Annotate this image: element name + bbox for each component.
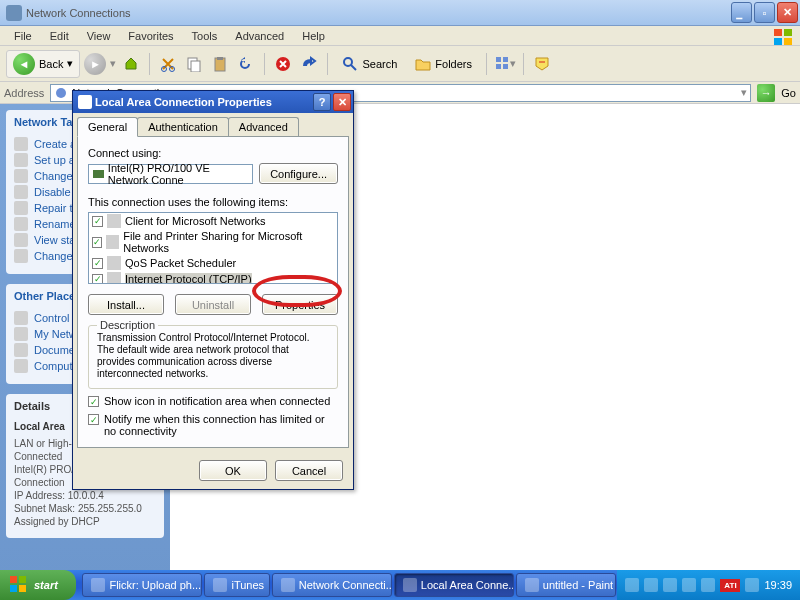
chevron-down-icon[interactable]: ▾ [741,86,747,99]
task-icon [525,578,539,592]
windows-logo-icon [772,28,796,48]
task-icon [91,578,105,592]
start-button[interactable]: start [0,570,76,600]
svg-rect-18 [93,170,104,178]
toolbar: ◄ Back ▾ ► ▾ Search Folders ▾ [0,46,800,82]
list-item[interactable]: ✓QoS Packet Scheduler [89,255,337,271]
properties-button[interactable]: Properties [262,294,338,315]
svg-point-17 [56,88,66,98]
search-label: Search [362,58,397,70]
delete-button[interactable] [272,53,294,75]
taskbar-task[interactable]: untitled - Paint [516,573,617,597]
checkbox-icon[interactable]: ✓ [92,237,102,248]
tab-general[interactable]: General [77,117,138,137]
adapter-name: Intel(R) PRO/100 VE Network Conne [108,162,248,186]
paste-button[interactable] [209,53,231,75]
configure-button[interactable]: Configure... [259,163,338,184]
svg-rect-22 [19,585,26,592]
show-icon-checkbox[interactable]: ✓ Show icon in notification area when co… [88,395,338,407]
tab-authentication[interactable]: Authentication [137,117,229,136]
go-button[interactable]: → [757,84,775,102]
back-button[interactable]: ◄ Back ▾ [6,50,80,78]
clock[interactable]: 19:39 [764,579,792,591]
dialog-close-button[interactable]: ✕ [333,93,351,111]
maximize-button[interactable]: ▫ [754,2,775,23]
tray-icon[interactable] [663,578,677,592]
task-icon [14,233,28,247]
svg-rect-2 [774,38,782,45]
back-label: Back [39,58,63,70]
checkbox-label: Show icon in notification area when conn… [104,395,330,407]
folders-label: Folders [435,58,472,70]
dialog-icon [78,95,92,109]
go-label: Go [781,87,796,99]
menu-file[interactable]: File [6,28,40,44]
task-icon [281,578,295,592]
system-tray: ATI 19:39 [617,570,800,600]
network-icon [54,86,68,100]
menu-advanced[interactable]: Advanced [227,28,292,44]
uninstall-button: Uninstall [175,294,251,315]
svg-rect-15 [496,64,501,69]
components-listbox[interactable]: ✓Client for Microsoft Networks ✓File and… [88,212,338,284]
back-arrow-icon: ◄ [13,53,35,75]
adapter-field: Intel(R) PRO/100 VE Network Conne [88,164,253,184]
checkbox-icon[interactable]: ✓ [92,216,103,227]
ok-button[interactable]: OK [199,460,267,481]
taskbar-task-active[interactable]: Local Area Conne... [394,573,514,597]
cut-button[interactable] [157,53,179,75]
list-item[interactable]: ✓Client for Microsoft Networks [89,213,337,229]
minimize-button[interactable]: ̲ [731,2,752,23]
tray-icon[interactable] [682,578,696,592]
task-icon [14,137,28,151]
menu-favorites[interactable]: Favorites [120,28,181,44]
close-button[interactable]: ✕ [777,2,798,23]
list-item[interactable]: ✓File and Printer Sharing for Microsoft … [89,229,337,255]
tray-icon[interactable] [701,578,715,592]
place-icon [14,327,28,341]
windows-flag-icon [10,576,28,594]
forward-button[interactable]: ► [84,53,106,75]
checkbox-icon[interactable]: ✓ [92,274,103,285]
help-button[interactable]: ? [313,93,331,111]
cancel-button[interactable]: Cancel [275,460,343,481]
search-icon [342,56,358,72]
checkbox-icon[interactable]: ✓ [92,258,103,269]
tray-icon[interactable] [745,578,759,592]
list-item-tcpip[interactable]: ✓Internet Protocol (TCP/IP) [89,271,337,284]
undo-button[interactable] [235,53,257,75]
address-label: Address [4,87,44,99]
svg-line-12 [351,65,356,70]
up-button[interactable] [120,53,142,75]
notify-checkbox[interactable]: ✓ Notify me when this connection has lim… [88,413,338,437]
tray-icon[interactable] [625,578,639,592]
task-icon [14,185,28,199]
tray-icon[interactable] [644,578,658,592]
taskbar-task[interactable]: Network Connecti... [272,573,392,597]
menu-view[interactable]: View [79,28,119,44]
menu-tools[interactable]: Tools [184,28,226,44]
folders-button[interactable]: Folders [408,53,479,75]
undo-move-button[interactable] [298,53,320,75]
favorites-button[interactable] [531,53,553,75]
views-button[interactable]: ▾ [494,53,516,75]
items-label: This connection uses the following items… [88,196,338,208]
app-icon [6,5,22,21]
dialog-titlebar[interactable]: Local Area Connection Properties ? ✕ [73,91,353,113]
task-icon [14,201,28,215]
dialog-tabs: General Authentication Advanced [73,113,353,136]
taskbar-task[interactable]: Flickr: Upload ph... [82,573,202,597]
window-title: Network Connections [26,7,731,19]
menu-help[interactable]: Help [294,28,333,44]
place-icon [14,311,28,325]
copy-button[interactable] [183,53,205,75]
taskbar-task[interactable]: iTunes [204,573,269,597]
svg-rect-21 [10,585,17,592]
menu-edit[interactable]: Edit [42,28,77,44]
svg-rect-14 [503,57,508,62]
search-button[interactable]: Search [335,53,404,75]
tab-advanced[interactable]: Advanced [228,117,299,136]
ati-tray-icon[interactable]: ATI [720,579,740,592]
install-button[interactable]: Install... [88,294,164,315]
checkbox-label: Notify me when this connection has limit… [104,413,338,437]
